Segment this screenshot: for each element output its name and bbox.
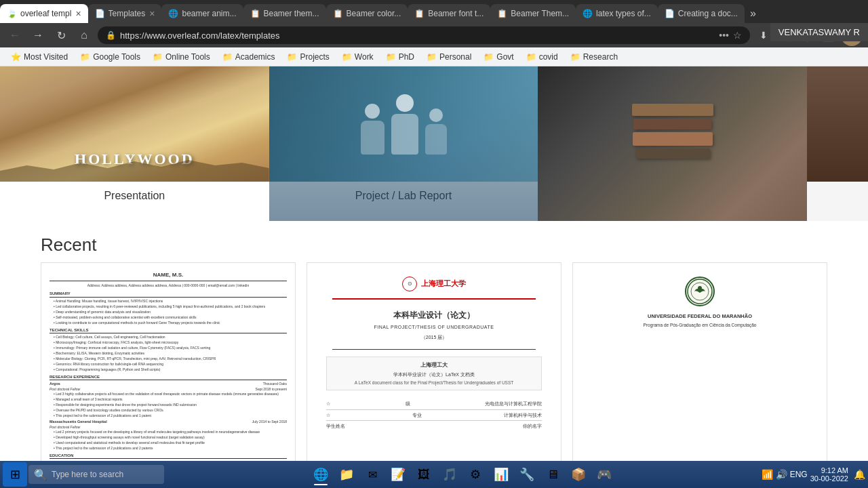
game-icon: 🎮 — [597, 467, 612, 482]
browser-icon: 🌐 — [313, 467, 328, 482]
notepad-icon: 📝 — [391, 467, 406, 482]
category-presentation-label: Presentation — [0, 182, 269, 210]
notifications-icon[interactable]: 🔔 — [854, 469, 865, 480]
taskbar-settings[interactable]: ⚙ — [463, 462, 488, 487]
svg-point-2 — [698, 286, 702, 290]
english-subtitle: FINAL PROJECT/THESIS OF UNDERGRADUATE — [374, 324, 494, 331]
forward-button[interactable]: → — [28, 26, 47, 45]
bookmark-google-tools[interactable]: 📁 Google Tools — [75, 51, 146, 63]
tab-beamer-anim[interactable]: 🌐 beamer anim... — [161, 4, 243, 23]
taskbar-music[interactable]: 🎵 — [437, 462, 462, 487]
bookmark-folder-icon: 📁 — [570, 52, 580, 62]
cv-skills-title: TECHNICAL SKILLS — [50, 327, 287, 333]
url-text: https://www.overleaf.com/latex/templates — [120, 30, 715, 41]
bookmark-covid[interactable]: 📁 covid — [521, 51, 564, 63]
cv-summary-title: SUMMARY — [50, 291, 287, 297]
taskbar-search[interactable]: 🔍 Type here to search — [28, 465, 164, 484]
bookmark-govt[interactable]: 📁 Govt — [478, 51, 519, 63]
tab-favicon-5: 📋 — [333, 9, 342, 18]
taskbar-browser[interactable]: 🌐 — [309, 462, 333, 487]
sound-icon[interactable]: 🔊 — [776, 469, 787, 480]
bookmark-label: Google Tools — [93, 52, 140, 62]
tab-beamer-color[interactable]: 📋 Beamer color... — [326, 4, 408, 23]
bookmark-phd[interactable]: 📁 PhD — [380, 51, 420, 63]
bookmark-personal[interactable]: 📁 Personal — [421, 51, 477, 63]
year-text: （2015 届） — [421, 334, 448, 341]
profile-dropdown: VENKATASWAMY R — [770, 23, 868, 41]
usst-logo: ⊙ — [402, 277, 417, 291]
tab-title-8: latex types of... — [596, 9, 651, 18]
bookmark-projects[interactable]: 📁 Projects — [281, 51, 334, 63]
main-content: HOLLYWOOD Presentation — [0, 66, 868, 488]
categories-row: HOLLYWOOD Presentation — [0, 66, 868, 221]
bookmark-research[interactable]: 📁 Research — [565, 51, 623, 63]
bookmark-most-visited[interactable]: ⭐ Most Visited — [5, 51, 73, 63]
tab-bar: 🍃 overleaf templ × 📄 Templates × 🌐 beame… — [0, 0, 868, 23]
bookmark-academics[interactable]: 📁 Academics — [217, 51, 281, 63]
language-badge[interactable]: ENG — [790, 470, 808, 479]
template-cv[interactable]: NAME, M.S. Address: Address address, Add… — [41, 262, 296, 488]
tab-beamer-theme2[interactable]: 📋 Beamer Them... — [490, 4, 576, 23]
tab-creating[interactable]: 📄 Creating a doc... — [658, 4, 745, 23]
cv-research-title: RESEARCH EXPERIENCE — [50, 374, 287, 380]
network-icon[interactable]: 📶 — [762, 469, 773, 480]
cv-contact: Address: Address address, Address addres… — [50, 283, 287, 288]
tab-beamer-font[interactable]: 📋 Beamer font t... — [408, 4, 490, 23]
tab-title-9: Creating a doc... — [678, 9, 738, 18]
refresh-button[interactable]: ↻ — [52, 26, 71, 45]
start-button[interactable]: ⊞ — [3, 462, 27, 487]
windows-icon: ⊞ — [10, 467, 20, 482]
bookmark-label: PhD — [399, 52, 414, 62]
tab-close-2[interactable]: × — [149, 8, 155, 19]
bookmark-label: Most Visited — [24, 52, 68, 62]
tab-close-1[interactable]: × — [75, 8, 81, 19]
back-button[interactable]: ← — [5, 26, 24, 45]
tab-more-button[interactable]: » — [745, 7, 762, 20]
template-brazil-thesis[interactable]: UNIVERSIDADE FEDERAL DO MARANHÃO Program… — [572, 262, 827, 488]
folder-icon: 📁 — [339, 467, 354, 482]
taskbar-mail[interactable]: ✉ — [360, 462, 384, 487]
tab-favicon-7: 📋 — [497, 9, 507, 18]
taskbar-photos[interactable]: 🖼 — [412, 462, 436, 487]
taskbar-package[interactable]: 📦 — [566, 462, 591, 487]
taskbar-game[interactable]: 🎮 — [592, 462, 616, 487]
address-field[interactable]: 🔒 https://www.overleaf.com/latex/templat… — [98, 26, 750, 44]
template-chinese-thesis[interactable]: ⊙ 上海理工大学 本科毕业设计（论文） FINAL PROJECT/THESIS… — [307, 262, 561, 488]
bookmark-online-tools[interactable]: 📁 Online Tools — [147, 51, 216, 63]
cv-name: NAME, M.S. — [50, 271, 287, 281]
taskbar-explorer[interactable]: 📁 — [334, 462, 359, 487]
bookmark-label: Academics — [235, 52, 275, 62]
taskbar-spreadsheet[interactable]: 📊 — [489, 462, 513, 487]
bookmark-label: Govt — [496, 52, 513, 62]
bookmark-folder-icon: 📁 — [342, 52, 352, 62]
tab-title-4: Beamer them... — [264, 9, 319, 18]
photos-icon: 🖼 — [418, 468, 430, 482]
category-project[interactable]: Project / Lab Report — [269, 66, 538, 221]
category-presentation[interactable]: HOLLYWOOD Presentation — [0, 66, 269, 221]
category-thesis[interactable]: Thesis — [538, 66, 807, 221]
tools-icon: 🔧 — [519, 467, 534, 482]
tab-favicon-1: 🍃 — [7, 9, 16, 18]
tab-templates[interactable]: 📄 Templates × — [88, 4, 162, 23]
taskbar-time-display[interactable]: 9:12 AM 30-00-2022 — [810, 466, 851, 483]
taskbar-search-text: Type here to search — [52, 470, 123, 479]
taskbar-notepad[interactable]: 📝 — [386, 462, 410, 487]
category-partial — [807, 66, 868, 182]
tab-overleaf[interactable]: 🍃 overleaf templ × — [0, 4, 88, 23]
bookmark-folder-icon: 📁 — [287, 52, 297, 62]
bookmark-folder-icon: 📁 — [526, 52, 536, 62]
bookmark-work[interactable]: 📁 Work — [336, 51, 379, 63]
tab-title-2: Templates — [108, 9, 146, 18]
taskbar-tools[interactable]: 🔧 — [515, 462, 539, 487]
browser-chrome: 🍃 overleaf templ × 📄 Templates × 🌐 beame… — [0, 0, 868, 66]
desc-en: A LaTeX document class for the Final Pro… — [334, 380, 535, 386]
package-icon: 📦 — [571, 467, 586, 482]
taskbar-terminal[interactable]: 🖥 — [540, 462, 565, 487]
bookmark-star-icon[interactable]: ☆ — [733, 30, 742, 41]
tab-latex-types[interactable]: 🌐 latex types of... — [576, 4, 658, 23]
profile-name: VENKATASWAMY R — [778, 27, 860, 37]
cv-preview: NAME, M.S. Address: Address address, Add… — [41, 263, 295, 488]
address-bar-row: ← → ↻ ⌂ 🔒 https://www.overleaf.com/latex… — [0, 23, 868, 47]
tab-beamer-theme[interactable]: 📋 Beamer them... — [243, 4, 326, 23]
home-button[interactable]: ⌂ — [75, 26, 94, 45]
